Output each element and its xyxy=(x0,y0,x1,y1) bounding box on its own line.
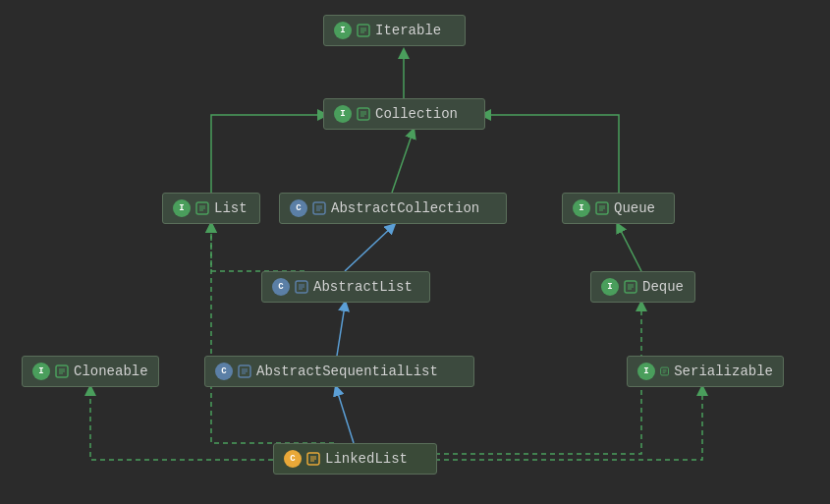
node-deque[interactable]: I Deque xyxy=(590,271,695,303)
node-serializable[interactable]: I Serializable xyxy=(627,356,784,387)
badge-list: I xyxy=(173,199,191,217)
label-serializable: Serializable xyxy=(674,364,773,379)
node-cloneable[interactable]: I Cloneable xyxy=(22,356,159,387)
node-collection[interactable]: I Collection xyxy=(323,98,485,130)
svg-line-4 xyxy=(392,133,413,193)
label-abstractlist: AbstractList xyxy=(313,279,413,295)
type-icon-abstractsequentiallist xyxy=(238,364,251,378)
badge-deque: I xyxy=(601,278,619,296)
type-icon-abstractcollection xyxy=(312,201,326,215)
svg-line-6 xyxy=(619,227,641,271)
badge-queue: I xyxy=(573,199,590,217)
svg-line-7 xyxy=(337,306,345,356)
diagram: I Iterable I Collection I List C Abstrac… xyxy=(0,0,830,504)
badge-abstractlist: C xyxy=(272,278,290,296)
type-icon-iterable xyxy=(357,24,370,37)
badge-abstractcollection: C xyxy=(290,199,307,217)
badge-collection: I xyxy=(334,105,352,123)
label-queue: Queue xyxy=(614,200,655,216)
label-iterable: Iterable xyxy=(375,23,441,38)
type-icon-queue xyxy=(595,201,609,215)
type-icon-deque xyxy=(624,280,637,294)
node-abstractcollection[interactable]: C AbstractCollection xyxy=(279,193,507,224)
badge-iterable: I xyxy=(334,22,352,39)
type-icon-abstractlist xyxy=(295,280,308,294)
label-abstractsequentiallist: AbstractSequentialList xyxy=(256,364,438,379)
badge-serializable: I xyxy=(637,363,655,380)
node-abstractlist[interactable]: C AbstractList xyxy=(261,271,430,303)
type-icon-linkedlist xyxy=(306,452,320,466)
node-iterable[interactable]: I Iterable xyxy=(323,15,466,46)
label-cloneable: Cloneable xyxy=(74,364,148,379)
svg-line-5 xyxy=(345,227,392,271)
label-abstractcollection: AbstractCollection xyxy=(331,200,479,216)
badge-linkedlist: C xyxy=(284,450,302,468)
type-icon-collection xyxy=(357,107,370,121)
badge-cloneable: I xyxy=(32,363,50,380)
label-list: List xyxy=(214,200,248,216)
label-deque: Deque xyxy=(642,279,684,295)
type-icon-list xyxy=(195,201,209,215)
label-collection: Collection xyxy=(375,106,458,122)
label-linkedlist: LinkedList xyxy=(325,451,408,467)
node-abstractsequentiallist[interactable]: C AbstractSequentialList xyxy=(204,356,474,387)
node-linkedlist[interactable]: C LinkedList xyxy=(273,443,437,475)
node-list[interactable]: I List xyxy=(162,193,260,224)
arrows-layer xyxy=(0,0,830,504)
badge-abstractsequentiallist: C xyxy=(215,363,233,380)
node-queue[interactable]: I Queue xyxy=(562,193,675,224)
svg-line-8 xyxy=(337,390,354,443)
type-icon-serializable xyxy=(660,364,669,378)
type-icon-cloneable xyxy=(55,364,69,378)
